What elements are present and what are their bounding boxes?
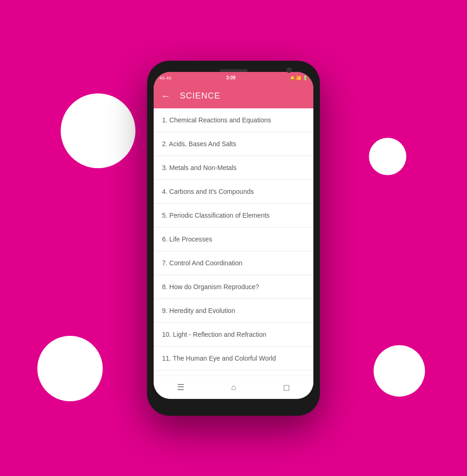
status-left: 4G 4G (159, 76, 172, 80)
chapter-label: 4. Carbons and It's Compounds (162, 188, 254, 195)
back-nav-icon[interactable]: ◻ (283, 382, 290, 392)
phone-camera (286, 67, 292, 73)
list-item[interactable]: 8. How do Organism Reproduce? (154, 275, 313, 299)
list-item[interactable]: 10. Light - Reflection and Refraction (154, 323, 313, 347)
chapter-label: 1. Chemical Reactions and Equations (162, 116, 271, 124)
chapter-label: 5. Periodic Classification of Elements (162, 212, 269, 219)
chapter-label: 6. Life Processes (162, 235, 212, 243)
app-bar: ← SCIENCE (154, 84, 313, 108)
status-icons: 🔔 📶 🔋 (290, 76, 308, 80)
chapter-label: 11. The Human Eye and Colorful World (162, 355, 276, 362)
menu-icon[interactable]: ☰ (177, 382, 184, 392)
list-item[interactable]: 12. Electricity (154, 370, 313, 376)
bottom-nav: ☰ ⌂ ◻ (154, 376, 313, 399)
list-item[interactable]: 7. Control And Coordination (154, 251, 313, 275)
list-item[interactable]: 3. Metals and Non-Metals (154, 156, 313, 180)
status-signal: 4G 4G (159, 76, 172, 80)
list-item[interactable]: 2. Acids, Bases And Salts (154, 132, 313, 156)
status-right: 🔔 📶 🔋 (290, 76, 308, 80)
list-item[interactable]: 9. Heredity and Evolution (154, 299, 313, 323)
back-button[interactable]: ← (161, 91, 170, 101)
status-time: 3:09 (226, 75, 235, 80)
phone-shell: 4G 4G 3:09 🔔 📶 🔋 ← SCIENCE 1. Chemical R… (147, 61, 320, 416)
list-item[interactable]: 4. Carbons and It's Compounds (154, 180, 313, 204)
phone-screen: 4G 4G 3:09 🔔 📶 🔋 ← SCIENCE 1. Chemical R… (154, 72, 313, 399)
phone-notch (219, 69, 248, 72)
list-item[interactable]: 6. Life Processes (154, 227, 313, 251)
app-title: SCIENCE (180, 91, 220, 101)
status-bar: 4G 4G 3:09 🔔 📶 🔋 (154, 72, 313, 84)
decorative-circle-bottom-right (374, 345, 425, 397)
chapter-label: 2. Acids, Bases And Salts (162, 140, 236, 148)
chapter-label: 10. Light - Reflection and Refraction (162, 331, 266, 338)
chapter-label: 8. How do Organism Reproduce? (162, 283, 259, 291)
decorative-circle-top-left (61, 93, 135, 168)
decorative-circle-top-right (369, 138, 406, 175)
decorative-circle-bottom-left (37, 336, 103, 401)
chapter-label: 7. Control And Coordination (162, 259, 242, 267)
list-item[interactable]: 1. Chemical Reactions and Equations (154, 108, 313, 132)
chapter-label: 3. Metals and Non-Metals (162, 164, 237, 171)
list-item[interactable]: 11. The Human Eye and Colorful World (154, 347, 313, 370)
home-icon[interactable]: ⌂ (231, 383, 236, 392)
chapter-label: 9. Heredity and Evolution (162, 307, 235, 314)
chapter-list: 1. Chemical Reactions and Equations2. Ac… (154, 108, 313, 376)
list-item[interactable]: 5. Periodic Classification of Elements (154, 204, 313, 227)
